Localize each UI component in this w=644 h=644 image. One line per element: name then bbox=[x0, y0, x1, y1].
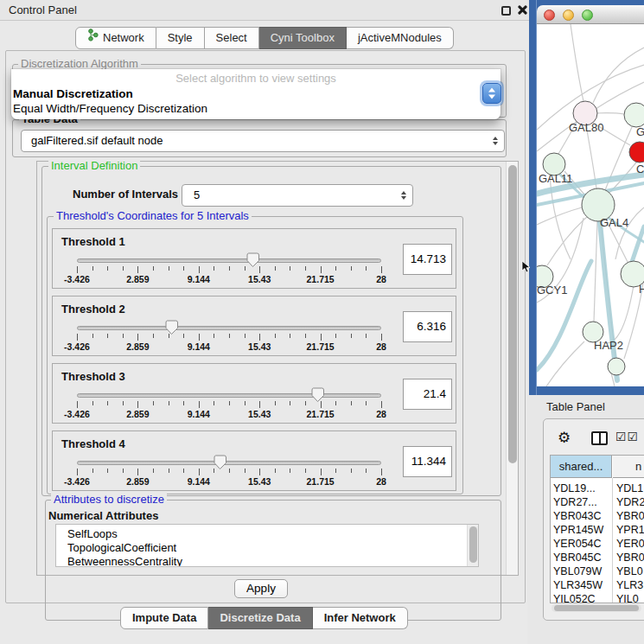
table-row[interactable]: YLR345WYLR3 bbox=[551, 578, 644, 592]
scrollbar-thumb[interactable] bbox=[469, 526, 477, 563]
slider-tick bbox=[275, 266, 276, 271]
threshold-value-field[interactable]: 6.316 bbox=[403, 311, 452, 342]
column-header-name[interactable]: n bbox=[613, 456, 644, 478]
list-item[interactable]: TopologicalCoefficient bbox=[56, 541, 478, 555]
slider-tick bbox=[321, 266, 322, 273]
cell-name: YIL0 bbox=[616, 592, 644, 603]
slider-tick-label: -3.426 bbox=[58, 341, 96, 352]
slider-tick bbox=[366, 266, 367, 271]
scrollbar-thumb[interactable] bbox=[508, 165, 517, 463]
column-header-shared-name[interactable]: shared... bbox=[551, 456, 612, 478]
network-node-label: GAL4 bbox=[600, 216, 628, 229]
threshold-value-field[interactable]: 11.344 bbox=[403, 446, 452, 477]
table-data-combobox[interactable]: galFiltered.sif default node bbox=[21, 130, 505, 152]
cell-shared-name: YBR045C bbox=[553, 551, 612, 564]
slider-tick-label: 28 bbox=[362, 341, 400, 352]
interval-definition-title: Interval Definition bbox=[48, 160, 140, 172]
tab-label: Style bbox=[168, 28, 193, 48]
slider-tick-label: 21.715 bbox=[302, 476, 340, 487]
tab-style[interactable]: Style bbox=[156, 27, 205, 49]
tab-select[interactable]: Select bbox=[205, 27, 259, 49]
network-node[interactable] bbox=[608, 358, 625, 375]
table-row[interactable]: YPR145WYPR1 bbox=[551, 523, 644, 537]
tab-label: Select bbox=[216, 28, 247, 48]
float-icon[interactable] bbox=[501, 6, 511, 16]
table-row[interactable]: YDR27...YDR2 bbox=[551, 495, 644, 509]
slider-tick bbox=[290, 334, 290, 338]
spinner-arrows-icon[interactable] bbox=[482, 83, 501, 104]
vertical-scrollbar[interactable] bbox=[506, 162, 518, 575]
slider-tick bbox=[305, 401, 306, 405]
threshold-panel: Threshold 2-3.4262.8599.14415.4321.71528… bbox=[52, 296, 456, 356]
algorithm-option[interactable]: Manual Discretization bbox=[11, 86, 501, 101]
threshold-slider[interactable]: -3.4262.8599.14415.4321.71528 bbox=[68, 229, 397, 290]
slider-tick bbox=[153, 334, 154, 338]
network-canvas[interactable]: GAL80GACGAL11GAL4GCY1HHAP2 bbox=[537, 24, 644, 386]
threshold-panel: Threshold 3-3.4262.8599.14415.4321.71528… bbox=[52, 363, 456, 424]
horizontal-scrollbar[interactable] bbox=[552, 604, 641, 612]
slider-tick-label: 9.144 bbox=[180, 476, 218, 487]
slider-tick bbox=[259, 266, 260, 273]
slider-tick-label: 21.715 bbox=[302, 274, 340, 284]
threshold-value-field[interactable]: 21.4 bbox=[403, 379, 452, 410]
table-row[interactable]: YBR045CYBR0 bbox=[551, 551, 644, 564]
close-icon[interactable] bbox=[517, 4, 528, 16]
slider-tick bbox=[123, 334, 124, 338]
threshold-value-field[interactable]: 14.713 bbox=[403, 244, 452, 275]
threshold-slider[interactable]: -3.4262.8599.14415.4321.71528 bbox=[68, 431, 397, 492]
threshold-slider[interactable]: -3.4262.8599.14415.4321.71528 bbox=[68, 364, 397, 424]
slider-tick bbox=[153, 469, 154, 473]
slider-tick bbox=[92, 469, 93, 473]
table-row[interactable]: YDL19...YDL1 bbox=[551, 481, 644, 495]
list-scrollbar[interactable] bbox=[467, 525, 478, 566]
checkboxes-icon[interactable]: ☑☑ bbox=[615, 430, 639, 443]
tab-network[interactable]: Network bbox=[75, 27, 156, 49]
table-row[interactable]: YIL052CYIL0 bbox=[551, 592, 644, 603]
list-item[interactable]: BetweennessCentrality bbox=[56, 555, 478, 567]
slider-tick bbox=[137, 469, 138, 475]
slider-tick bbox=[245, 469, 245, 473]
close-traffic-light-icon[interactable] bbox=[544, 10, 555, 21]
slider-thumb[interactable] bbox=[311, 387, 324, 403]
zoom-traffic-light-icon[interactable] bbox=[582, 10, 593, 21]
slider-tick bbox=[381, 334, 382, 341]
algorithm-dropdown-popup: Select algorithm to view settings Manual… bbox=[11, 69, 501, 119]
apply-button[interactable]: Apply bbox=[234, 579, 288, 598]
node-attribute-table[interactable]: shared...n YDL19...YDL1YDR27...YDR2YBR04… bbox=[550, 455, 644, 603]
slider-tick bbox=[351, 401, 352, 405]
threshold-slider[interactable]: -3.4262.8599.14415.4321.71528 bbox=[68, 296, 397, 357]
network-node-ga[interactable] bbox=[624, 103, 644, 127]
gear-icon[interactable]: ⚙ bbox=[558, 429, 571, 447]
cell-shared-name: YPR145W bbox=[553, 523, 612, 537]
number-of-intervals-value: 5 bbox=[194, 185, 200, 206]
slider-tick bbox=[335, 334, 336, 338]
number-of-intervals-combobox[interactable]: 5 bbox=[182, 184, 413, 207]
tab-impute-data[interactable]: Impute Data bbox=[120, 607, 208, 629]
network-edge-thick bbox=[600, 222, 617, 380]
network-node-c[interactable] bbox=[629, 142, 644, 163]
cyni-bottom-tabbar: Impute DataDiscretize DataInfer Network bbox=[120, 607, 408, 629]
list-item[interactable]: SelfLoops bbox=[56, 527, 478, 541]
slider-tick bbox=[275, 334, 276, 338]
scrollbar-thumb[interactable] bbox=[554, 605, 639, 611]
tab-cyni-toolbox[interactable]: Cyni Toolbox bbox=[259, 27, 347, 49]
algorithm-group-title: Discretization Algorithm bbox=[18, 58, 141, 70]
network-node-label: HAP2 bbox=[594, 339, 623, 352]
tab-jactivemnodules[interactable]: jActiveMNodules bbox=[347, 27, 454, 49]
table-row[interactable]: YER054CYER0 bbox=[551, 537, 644, 551]
slider-tick bbox=[321, 334, 322, 341]
table-row[interactable]: YBR043CYBR0 bbox=[551, 509, 644, 523]
tab-infer-network[interactable]: Infer Network bbox=[313, 607, 408, 629]
slider-thumb[interactable] bbox=[214, 455, 226, 470]
tab-discretize-data[interactable]: Discretize Data bbox=[208, 607, 312, 629]
columns-icon[interactable] bbox=[591, 431, 608, 445]
algorithm-option[interactable]: Equal Width/Frequency Discretization bbox=[11, 101, 501, 116]
cell-shared-name: YDR27... bbox=[553, 495, 612, 509]
numerical-attributes-list[interactable]: SelfLoopsTopologicalCoefficientBetweenne… bbox=[55, 524, 479, 567]
slider-thumb[interactable] bbox=[165, 320, 178, 335]
table-row[interactable]: YBL079WYBL0 bbox=[551, 564, 644, 578]
slider-tick-label: -3.426 bbox=[58, 476, 96, 487]
minimize-traffic-light-icon[interactable] bbox=[563, 10, 574, 21]
cell-shared-name: YIL052C bbox=[553, 592, 612, 603]
slider-thumb[interactable] bbox=[246, 252, 259, 268]
